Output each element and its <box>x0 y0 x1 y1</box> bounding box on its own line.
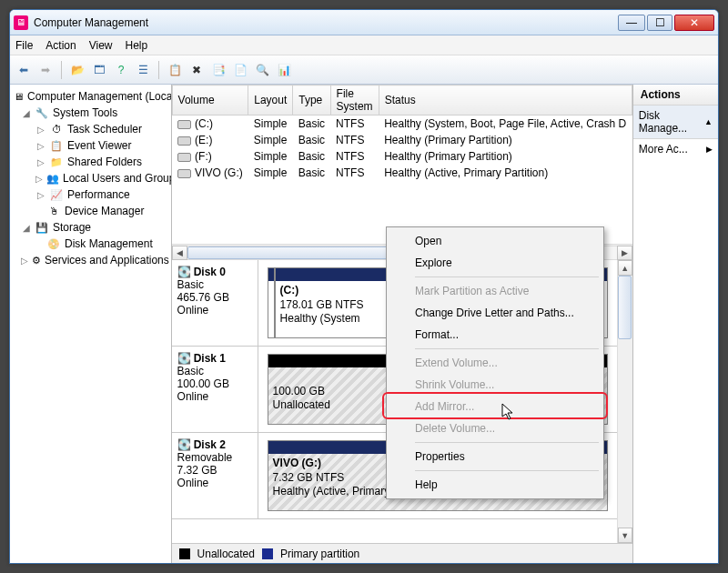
storage-icon: 💾 <box>35 220 49 235</box>
disk-info: 💽 Disk 0 Basic 465.76 GB Online <box>172 260 258 346</box>
titlebar[interactable]: 🖥 Computer Management — ☐ ✕ <box>10 10 718 35</box>
ctx-properties[interactable]: Properties <box>389 446 601 467</box>
expand-icon[interactable]: ▷ <box>35 157 46 167</box>
col-type[interactable]: Type <box>293 85 330 116</box>
col-volume[interactable]: Volume <box>172 85 248 116</box>
actions-more[interactable]: More Ac... ▶ <box>633 139 718 159</box>
ctx-shrink: Shrink Volume... <box>389 374 601 396</box>
expand-icon[interactable]: ▷ <box>35 190 46 200</box>
device-icon: 🖱 <box>46 204 61 218</box>
drive-icon <box>177 153 191 162</box>
minimize-button[interactable]: — <box>618 15 645 31</box>
nav-tree[interactable]: 🖥Computer Management (Local ◢🔧System Too… <box>10 85 172 563</box>
users-icon: 👥 <box>46 171 59 186</box>
col-filesystem[interactable]: File System <box>330 85 379 116</box>
volume-list[interactable]: Volume Layout Type File System Status (C… <box>172 85 632 244</box>
refresh-icon[interactable]: 📋 <box>167 62 183 78</box>
legend-swatch-primary <box>262 548 273 559</box>
scroll-thumb[interactable] <box>187 246 406 259</box>
computer-icon: 🖥 <box>14 89 24 104</box>
drive-icon <box>177 169 191 178</box>
tree-task-scheduler[interactable]: Task Scheduler <box>67 123 142 136</box>
expand-icon[interactable]: ▷ <box>21 256 28 266</box>
tree-shared-folders[interactable]: Shared Folders <box>67 156 142 168</box>
tree-disk-management[interactable]: Disk Management <box>65 237 153 250</box>
volume-row[interactable]: VIVO (G:)SimpleBasicNTFSHealthy (Active,… <box>172 165 632 181</box>
find-icon[interactable]: 🔍 <box>254 62 270 78</box>
col-layout[interactable]: Layout <box>248 85 293 116</box>
scroll-up-icon[interactable]: ▲ <box>618 260 632 276</box>
scroll-thumb[interactable] <box>618 276 632 339</box>
ctx-mark-active: Mark Partition as Active <box>389 280 601 302</box>
actions-pane: Actions Disk Manage... ▲ More Ac... ▶ <box>633 85 718 563</box>
action-icon[interactable]: 📄 <box>232 62 248 78</box>
disk-info: 💽 Disk 1 Basic 100.00 GB Online <box>172 347 258 432</box>
volume-row[interactable]: (C:)SimpleBasicNTFSHealthy (System, Boot… <box>172 116 632 133</box>
volume-row[interactable]: (E:)SimpleBasicNTFSHealthy (Primary Part… <box>172 132 632 148</box>
ctx-format[interactable]: Format... <box>389 324 601 346</box>
tree-local-users[interactable]: Local Users and Groups <box>63 172 172 185</box>
settings-icon[interactable]: 📑 <box>210 62 227 78</box>
back-icon[interactable]: ⬅ <box>15 62 32 78</box>
expand-icon[interactable]: ▷ <box>35 125 46 135</box>
delete-icon[interactable]: ✖ <box>188 62 205 78</box>
menu-view[interactable]: View <box>89 39 113 52</box>
menu-action[interactable]: Action <box>46 39 76 52</box>
legend: Unallocated Primary partition <box>172 543 632 563</box>
expand-icon[interactable]: ▷ <box>35 141 46 151</box>
chevron-right-icon: ▶ <box>706 145 713 154</box>
maximize-button[interactable]: ☐ <box>647 15 672 31</box>
show-hide-icon[interactable]: 🗔 <box>91 62 107 78</box>
legend-primary: Primary partition <box>280 548 359 560</box>
services-icon: ⚙ <box>32 253 41 267</box>
tree-event-viewer[interactable]: Event Viewer <box>67 139 131 152</box>
tree-system-tools[interactable]: System Tools <box>53 106 117 119</box>
close-button[interactable]: ✕ <box>674 15 714 31</box>
disk-icon: 💽 <box>177 438 191 451</box>
context-menu: Open Explore Mark Partition as Active Ch… <box>386 226 604 499</box>
ctx-open[interactable]: Open <box>389 230 601 252</box>
ctx-extend: Extend Volume... <box>389 352 601 374</box>
window-title: Computer Management <box>34 16 618 29</box>
drive-icon <box>177 136 191 146</box>
clock-icon: ⏱ <box>49 122 64 136</box>
disk-scrollbar[interactable]: ▲ ▼ <box>617 260 632 543</box>
tools-icon: 🔧 <box>35 106 49 120</box>
menu-help[interactable]: Help <box>126 39 148 52</box>
ctx-mirror: Add Mirror... <box>389 396 601 417</box>
col-status[interactable]: Status <box>379 85 632 116</box>
tree-storage[interactable]: Storage <box>53 221 91 234</box>
up-icon[interactable]: 📂 <box>69 62 86 78</box>
ctx-change-letter[interactable]: Change Drive Letter and Paths... <box>389 302 601 324</box>
folder-icon: 📁 <box>49 155 64 169</box>
app-icon: 🖥 <box>14 15 28 30</box>
scroll-right-icon[interactable]: ▶ <box>617 246 632 260</box>
chevron-up-icon: ▲ <box>704 117 713 126</box>
ctx-explore[interactable]: Explore <box>389 252 601 274</box>
scroll-left-icon[interactable]: ◀ <box>172 246 187 260</box>
diskmgmt-icon: 📀 <box>46 236 61 251</box>
disk-icon: 💽 <box>177 266 191 278</box>
tree-services[interactable]: Services and Applications <box>45 254 169 266</box>
collapse-icon[interactable]: ◢ <box>21 223 31 233</box>
menubar: File Action View Help <box>10 35 718 55</box>
list-icon[interactable]: 📊 <box>276 62 292 78</box>
scroll-down-icon[interactable]: ▼ <box>618 528 632 543</box>
tree-root[interactable]: Computer Management (Local <box>27 90 172 103</box>
help-icon[interactable]: ? <box>113 62 129 78</box>
tree-performance[interactable]: Performance <box>67 188 130 201</box>
actions-group[interactable]: Disk Manage... ▲ <box>633 106 718 139</box>
perf-icon: 📈 <box>49 187 64 202</box>
menu-file[interactable]: File <box>15 39 33 52</box>
forward-icon[interactable]: ➡ <box>37 62 54 78</box>
legend-swatch-unallocated <box>179 548 190 559</box>
ctx-help[interactable]: Help <box>389 474 601 496</box>
properties-toolbar-icon[interactable]: ☰ <box>135 62 151 78</box>
computer-management-window: 🖥 Computer Management — ☐ ✕ File Action … <box>9 9 719 564</box>
volume-row[interactable]: (F:)SimpleBasicNTFSHealthy (Primary Part… <box>172 148 632 165</box>
expand-icon[interactable]: ▷ <box>35 174 43 184</box>
disk-icon: 💽 <box>177 352 191 365</box>
collapse-icon[interactable]: ◢ <box>21 108 31 118</box>
event-icon: 📋 <box>49 138 64 153</box>
tree-device-manager[interactable]: Device Manager <box>65 205 144 217</box>
